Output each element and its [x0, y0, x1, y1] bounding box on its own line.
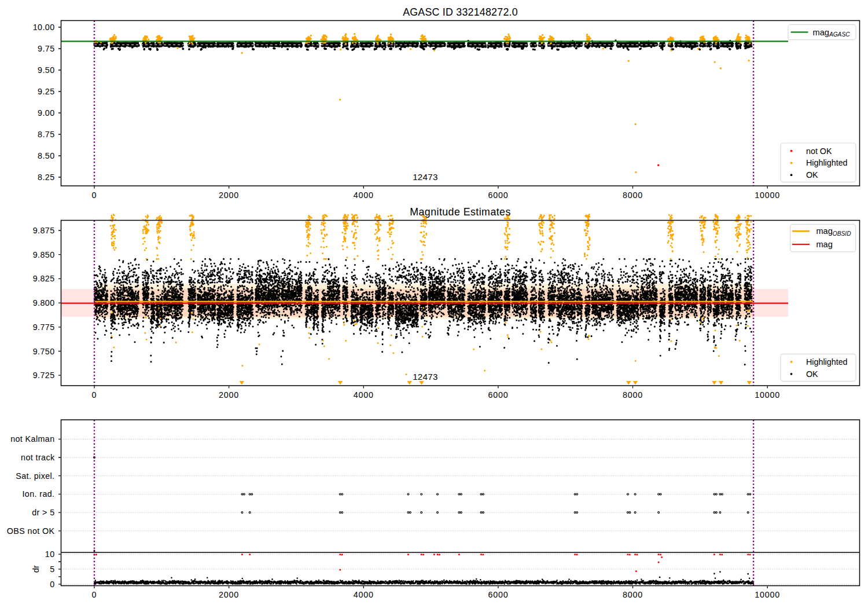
svg-text:8.75: 8.75 [38, 130, 54, 139]
svg-text:dr > 5: dr > 5 [32, 508, 54, 517]
svg-text:12473: 12473 [413, 172, 438, 182]
svg-text:0: 0 [92, 390, 97, 400]
svg-text:4000: 4000 [354, 390, 374, 400]
svg-text:0: 0 [92, 191, 97, 200]
svg-text:9.50: 9.50 [38, 65, 54, 75]
svg-text:0: 0 [50, 580, 54, 589]
svg-text:8.50: 8.50 [38, 151, 54, 160]
svg-text:not track: not track [21, 453, 55, 462]
svg-text:10000: 10000 [755, 590, 780, 599]
svg-text:9.00: 9.00 [38, 108, 54, 118]
svg-text:4000: 4000 [354, 590, 374, 599]
svg-text:Highlighted: Highlighted [806, 158, 848, 167]
svg-text:9.750: 9.750 [33, 347, 55, 356]
svg-text:9.725: 9.725 [33, 371, 55, 380]
svg-text:Highlighted: Highlighted [806, 357, 848, 367]
svg-text:8000: 8000 [623, 590, 643, 599]
svg-text:not Kalman: not Kalman [10, 434, 54, 444]
svg-text:mag: mag [816, 240, 832, 249]
svg-text:8.25: 8.25 [38, 173, 54, 182]
svg-text:5: 5 [50, 565, 54, 574]
svg-text:9.850: 9.850 [33, 250, 55, 259]
svg-text:Sat. pixel.: Sat. pixel. [16, 471, 54, 481]
svg-text:6000: 6000 [488, 590, 508, 599]
svg-text:10000: 10000 [755, 191, 780, 200]
svg-text:6000: 6000 [488, 390, 508, 400]
svg-text:AGASC ID 332148272.0: AGASC ID 332148272.0 [403, 6, 518, 18]
svg-text:6000: 6000 [488, 191, 508, 200]
svg-text:9.875: 9.875 [33, 226, 55, 235]
svg-text:9.800: 9.800 [33, 298, 55, 307]
svg-text:OK: OK [806, 369, 818, 379]
svg-text:4000: 4000 [354, 191, 374, 200]
svg-text:2000: 2000 [219, 191, 239, 200]
svg-text:OBS not OK: OBS not OK [7, 526, 55, 536]
svg-text:9.25: 9.25 [38, 87, 54, 96]
svg-text:8000: 8000 [623, 390, 643, 400]
svg-text:10.00: 10.00 [33, 23, 55, 32]
svg-text:9.75: 9.75 [38, 44, 54, 53]
svg-text:2000: 2000 [219, 390, 239, 400]
svg-text:not OK: not OK [806, 146, 832, 156]
svg-text:10: 10 [45, 550, 55, 559]
svg-text:9.775: 9.775 [33, 323, 55, 332]
svg-text:Ion. rad.: Ion. rad. [22, 489, 54, 499]
svg-text:9.825: 9.825 [33, 274, 55, 283]
svg-text:dr: dr [31, 565, 41, 573]
svg-text:10000: 10000 [755, 390, 780, 400]
svg-text:0: 0 [92, 590, 97, 599]
svg-text:OK: OK [806, 170, 818, 180]
svg-text:Magnitude Estimates: Magnitude Estimates [410, 206, 511, 218]
svg-text:2000: 2000 [219, 590, 239, 599]
svg-text:8000: 8000 [623, 191, 643, 200]
svg-text:12473: 12473 [413, 372, 438, 382]
